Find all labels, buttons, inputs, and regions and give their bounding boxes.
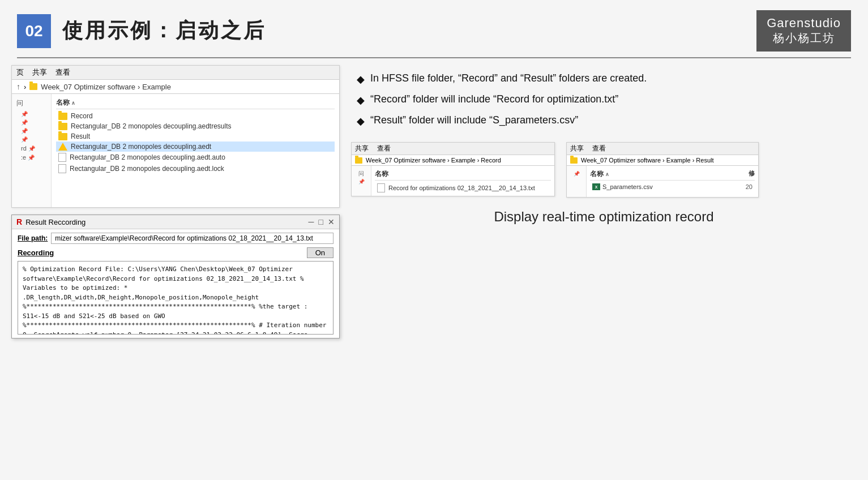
quick-access-ce[interactable]: :e📌 [12,153,51,162]
record-explorer: 共享 查看 Week_07 Optimizer software › Examp… [351,142,555,196]
result-toolbar: 共享 查看 [567,143,758,155]
result-pin[interactable]: 📌 [574,171,580,177]
folder-icon [355,157,362,164]
breadcrumb-part1[interactable]: Week_07 Optimizer software [41,83,135,91]
file-item-record[interactable]: Record [56,111,335,121]
breadcrumb: Week_07 Optimizer software › Example [41,83,171,91]
filepath-label: File path: [18,234,48,242]
window-body: File path: mizer software\Example\Record… [12,229,339,338]
brand-en: Garenstudio [767,16,841,31]
quick-access-rd[interactable]: rd📌 [12,144,51,153]
title-area: 02 使用示例：启动之后 [17,14,266,48]
quick-access-3[interactable]: 📌 [12,127,51,135]
left-sidebar: 问 📌 📌 📌 📌 rd📌 :e📌 [12,94,52,207]
folder-icon [29,83,37,90]
brand-box: Garenstudio 杨小杨工坊 [756,10,851,52]
result-name-col[interactable]: 名称 ∧ [590,169,609,179]
explorer-nav: ↑ › Week_07 Optimizer software › Example [12,80,339,94]
record-sidebar-item: 问 [357,169,365,179]
bullet-item: ◆In HFSS file folder, “Record” and “Resu… [357,71,851,87]
quick-access-4[interactable]: 📌 [12,135,51,144]
minimize-button[interactable]: ─ [309,217,314,226]
breadcrumb-sep: › [138,83,140,91]
file-list-header: 名称 ∧ [56,97,335,109]
maximize-button[interactable]: □ [319,217,323,226]
nav-up-arrow[interactable]: ↑ [16,82,20,91]
file-item-auto[interactable]: Rectangular_DB 2 monopoles decoupling.ae… [56,152,335,163]
file-item-lock[interactable]: Rectangular_DB 2 monopoles decoupling.ae… [56,163,335,174]
close-button[interactable]: ✕ [328,217,335,226]
filepath-value[interactable]: mizer software\Example\Record\Record for… [51,233,333,244]
bottom-caption: Display real-time optimization record [351,209,857,225]
folder-icon [570,157,578,164]
explorer-body: 问 📌 📌 📌 📌 rd📌 :e📌 名称 ∧ [12,94,339,207]
sort-arrow: ∧ [71,100,75,106]
result-nav: Week_07 Optimizer software › Example › R… [567,155,758,166]
record-name-col[interactable]: 名称 [375,169,388,179]
left-panel: 页 共享 查看 ↑ › Week_07 Optimizer software ›… [11,65,340,338]
excel-icon: X [592,183,600,190]
record-view[interactable]: 查看 [377,144,391,153]
menu-page[interactable]: 页 [16,67,24,78]
folder-icon [58,133,67,140]
slide-title: 使用示例：启动之后 [62,17,266,45]
record-pin[interactable]: 📌 [358,179,365,185]
quick-access-2[interactable]: 📌 [12,118,51,127]
warning-icon [58,143,67,151]
content-box[interactable]: % Optimization Record File: C:\Users\YAN… [18,261,333,335]
result-view[interactable]: 查看 [592,144,606,153]
header-divider [17,57,851,58]
record-file-list: 名称 Record for optimizations 02_18_2021__… [371,166,554,196]
sub-explorers: 共享 查看 Week_07 Optimizer software › Examp… [351,142,857,198]
record-body: 问 📌 名称 Record for optimizations 02_18_20… [352,166,554,196]
bullet-item: ◆“Result” folder will include “S_paramet… [357,113,851,129]
on-badge: On [307,247,333,258]
doc-icon [58,153,66,162]
doc-icon [377,183,385,192]
record-file-item[interactable]: Record for optimizations 02_18_2021__20_… [375,182,551,194]
record-path[interactable]: Week_07 Optimizer software › Example › R… [366,157,501,164]
folder-icon [58,113,67,120]
recording-window: R Result Reccording ─ □ ✕ File path: miz… [11,215,340,338]
name-column-header[interactable]: 名称 ∧ [56,98,75,108]
file-explorer: 页 共享 查看 ↑ › Week_07 Optimizer software ›… [11,65,340,208]
explorer-toolbar: 页 共享 查看 [12,66,339,80]
breadcrumb-part2[interactable]: Example [142,83,171,91]
result-path[interactable]: Week_07 Optimizer software › Example › R… [581,157,714,164]
folder-icon [58,123,67,130]
right-panel: ◆In HFSS file folder, “Record” and “Resu… [351,65,857,338]
record-share[interactable]: 共享 [355,144,369,153]
quick-access-1[interactable]: 📌 [12,110,51,118]
file-item-result[interactable]: Result [56,131,335,142]
nav-separator: › [24,83,26,91]
bullet-list: ◆In HFSS file folder, “Record” and “Resu… [351,65,857,134]
doc-icon [58,164,66,173]
bullet-diamond: ◆ [357,93,365,108]
recording-label: Recording [18,248,54,257]
sidebar-label: 问 [12,97,51,110]
slide-header: 02 使用示例：启动之后 Garenstudio 杨小杨工坊 [0,0,868,57]
menu-share[interactable]: 共享 [32,67,47,78]
filepath-row: File path: mizer software\Example\Record… [18,233,333,244]
result-file-header: 名称 ∧ 修 [590,168,755,181]
record-sidebar: 问 📌 [352,166,371,196]
file-item-aedtresults[interactable]: Rectangular_DB 2 monopoles decoupling.ae… [56,121,335,131]
result-mod-col[interactable]: 修 [749,169,755,179]
file-item-aedt[interactable]: Rectangular_DB 2 monopoles decoupling.ae… [56,142,335,152]
menu-view[interactable]: 查看 [55,67,70,78]
window-controls: ─ □ ✕ [309,217,335,226]
main-content: 页 共享 查看 ↑ › Week_07 Optimizer software ›… [0,65,868,338]
window-title-left: R Result Reccording [16,217,85,226]
result-file-item[interactable]: X S_parameters.csv 20 [590,182,755,191]
result-file-list: 名称 ∧ 修 X S_parameters.csv 20 [587,166,758,197]
result-explorer: 共享 查看 Week_07 Optimizer software › Examp… [566,142,759,198]
result-sidebar: 📌 [567,166,587,197]
file-list: 名称 ∧ Record Rectangular_DB 2 monopoles d… [52,94,339,207]
result-share[interactable]: 共享 [570,144,584,153]
bullet-diamond: ◆ [357,72,365,87]
slide-number: 02 [17,14,51,48]
r-icon: R [16,217,22,226]
window-titlebar: R Result Reccording ─ □ ✕ [12,215,339,229]
recording-row: Recording On [18,247,333,258]
bullet-item: ◆“Record” folder will include “Record fo… [357,92,851,108]
